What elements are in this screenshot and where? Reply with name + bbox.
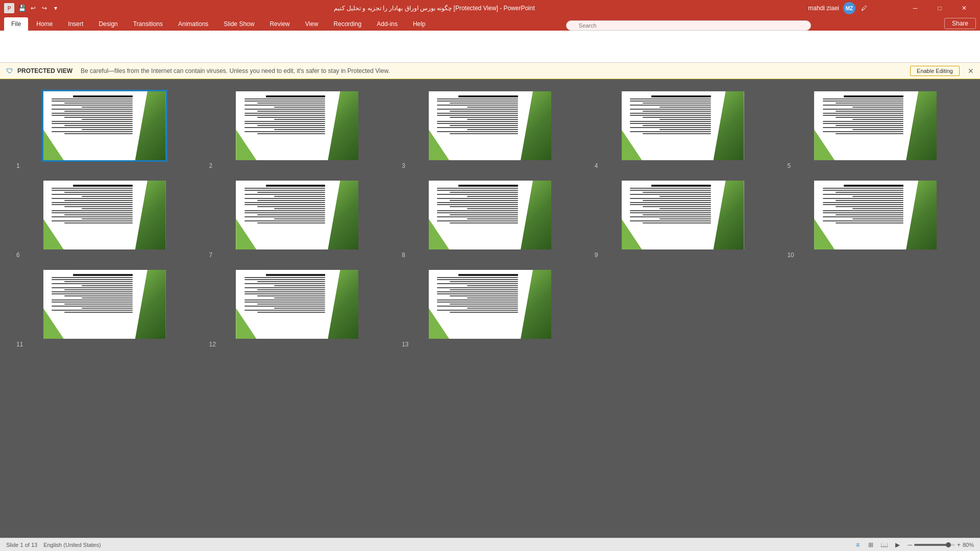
protected-message: Be careful—files from the Internet can c… [81, 67, 906, 74]
zoom-fill [914, 544, 947, 546]
tab-transitions[interactable]: Transitions [126, 17, 170, 31]
main-area: 12345678910111213 [0, 79, 980, 538]
ribbon-display-button[interactable]: 🖊 [860, 4, 869, 13]
slide-thumbnail [43, 91, 166, 160]
slide-thumbnail [429, 270, 551, 339]
slide-thumbnail [622, 91, 744, 160]
share-button[interactable]: Share [944, 18, 976, 29]
redo-button[interactable]: ↪ [40, 4, 49, 13]
slide-item[interactable]: 7 [201, 177, 394, 266]
slide-item[interactable]: 2 [201, 87, 394, 177]
slide-number: 9 [591, 252, 598, 259]
ribbon-tools [4, 44, 8, 48]
tab-slideshow[interactable]: Slide Show [216, 17, 261, 31]
slide-item[interactable]: 13 [394, 266, 586, 355]
undo-button[interactable]: ↩ [29, 4, 38, 13]
user-name: mahdi ziaei [808, 5, 839, 12]
slide-thumbnail [814, 181, 937, 249]
protected-label: PROTECTED VIEW [17, 67, 72, 74]
tab-file[interactable]: File [4, 17, 28, 31]
slide-number: 10 [783, 252, 794, 259]
slide-thumbnail [236, 181, 358, 249]
slideshow-view-button[interactable]: ▶ [891, 540, 903, 550]
slide-number: 11 [12, 341, 23, 348]
ribbon-content [0, 31, 980, 62]
slide-item[interactable]: 1 [8, 87, 201, 177]
user-area: mahdi ziaei MZ 🖊 [808, 2, 869, 14]
close-protected-bar[interactable]: ✕ [968, 67, 974, 75]
tab-insert[interactable]: Insert [61, 17, 90, 31]
status-right: ≡ ⊞ 📖 ▶ ─ + 80% [851, 540, 974, 550]
slide-number: 8 [398, 252, 405, 259]
slide-thumbnail [814, 91, 937, 160]
app-icon: P [4, 3, 14, 13]
slide-thumbnail [429, 91, 551, 160]
tab-view[interactable]: View [298, 17, 326, 31]
slide-number: 3 [398, 162, 405, 169]
slide-number: 12 [205, 341, 216, 348]
slide-item[interactable]: 12 [201, 266, 394, 355]
slide-item[interactable]: 11 [8, 266, 201, 355]
window-title: چگونه بورس اوراق بهادار را تجزیه و تحلیل… [64, 5, 804, 12]
zoom-out-button[interactable]: ─ [908, 541, 912, 548]
normal-view-button[interactable]: ≡ [851, 540, 864, 550]
tab-addins[interactable]: Add-ins [370, 17, 405, 31]
protected-view-bar: 🛡 PROTECTED VIEW Be careful—files from t… [0, 63, 980, 79]
slide-item[interactable]: 5 [779, 87, 972, 177]
slide-number: 5 [783, 162, 791, 169]
slide-number: 6 [12, 252, 20, 259]
title-bar-left: P 💾 ↩ ↪ ▾ [4, 3, 60, 13]
tab-review[interactable]: Review [262, 17, 297, 31]
user-avatar[interactable]: MZ [843, 2, 855, 14]
status-bar: Slide 1 of 13 English (United States) ≡ … [0, 538, 980, 551]
slide-info: Slide 1 of 13 [6, 542, 37, 548]
minimize-button[interactable]: ─ [903, 0, 927, 16]
search-container: 🔍 [434, 20, 943, 31]
view-buttons: ≡ ⊞ 📖 ▶ [851, 540, 903, 550]
ribbon: File Home Insert Design Transitions Anim… [0, 16, 980, 63]
slide-thumbnail [43, 270, 166, 339]
slide-thumbnail [236, 270, 358, 339]
title-bar: P 💾 ↩ ↪ ▾ چگونه بورس اوراق بهادار را تجز… [0, 0, 980, 16]
slide-number: 4 [591, 162, 598, 169]
slide-number: 7 [205, 252, 213, 259]
tabs-bar: File Home Insert Design Transitions Anim… [0, 16, 980, 31]
slide-number: 1 [12, 162, 20, 169]
quick-access-toolbar: 💾 ↩ ↪ ▾ [17, 4, 60, 13]
search-wrapper: 🔍 [566, 20, 811, 31]
tab-home[interactable]: Home [29, 17, 60, 31]
slide-item[interactable]: 3 [394, 87, 586, 177]
close-button[interactable]: ✕ [952, 0, 976, 16]
slide-thumbnail [43, 181, 166, 249]
customize-button[interactable]: ▾ [51, 4, 60, 13]
zoom-slider[interactable] [914, 544, 955, 546]
shield-icon: 🛡 [6, 67, 13, 75]
enable-editing-button[interactable]: Enable Editing [910, 66, 960, 76]
slide-item[interactable]: 8 [394, 177, 586, 266]
slide-number: 2 [205, 162, 213, 169]
search-input[interactable] [566, 20, 811, 31]
save-button[interactable]: 💾 [17, 4, 27, 13]
window-controls: ─ □ ✕ [903, 0, 976, 16]
tab-animations[interactable]: Animations [171, 17, 215, 31]
maximize-button[interactable]: □ [928, 0, 951, 16]
slide-item[interactable]: 6 [8, 177, 201, 266]
slide-sorter-button[interactable]: ⊞ [865, 540, 877, 550]
zoom-thumb[interactable] [946, 542, 951, 547]
slide-thumbnail [429, 181, 551, 249]
slide-item[interactable]: 9 [586, 177, 779, 266]
zoom-level[interactable]: 80% [963, 542, 974, 548]
slide-thumbnail [236, 91, 358, 160]
zoom-area: ─ + 80% [908, 541, 974, 548]
zoom-in-button[interactable]: + [957, 541, 961, 548]
slides-panel[interactable]: 12345678910111213 [0, 79, 980, 538]
slide-number: 13 [398, 341, 408, 348]
tab-help[interactable]: Help [406, 17, 433, 31]
slide-item[interactable]: 4 [586, 87, 779, 177]
tab-design[interactable]: Design [91, 17, 125, 31]
status-left: Slide 1 of 13 English (United States) [6, 542, 101, 548]
reading-view-button[interactable]: 📖 [878, 540, 890, 550]
slide-item[interactable]: 10 [779, 177, 972, 266]
tab-recording[interactable]: Recording [327, 17, 369, 31]
slide-thumbnail [622, 181, 744, 249]
